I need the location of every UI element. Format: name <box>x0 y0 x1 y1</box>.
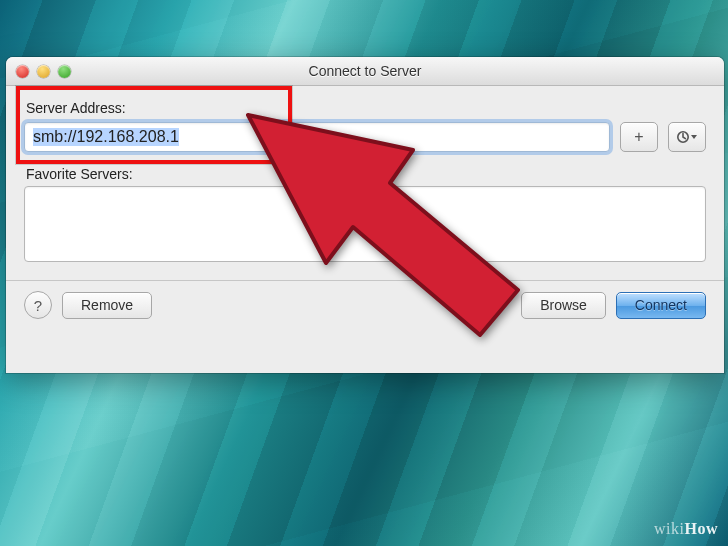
history-button[interactable] <box>668 122 706 152</box>
connect-to-server-window: Connect to Server Server Address: + Favo… <box>6 57 724 373</box>
remove-button[interactable]: Remove <box>62 292 152 319</box>
help-icon: ? <box>34 297 42 314</box>
window-title: Connect to Server <box>6 63 724 79</box>
favorite-servers-label: Favorite Servers: <box>26 166 706 182</box>
dialog-footer: ? Remove Browse Connect <box>24 291 706 319</box>
server-address-input[interactable] <box>24 122 610 152</box>
server-address-row: + <box>24 122 706 152</box>
clock-dropdown-icon <box>676 129 698 145</box>
plus-icon: + <box>634 128 643 146</box>
favorite-servers-list[interactable] <box>24 186 706 262</box>
desktop-background: Connect to Server Server Address: + Favo… <box>0 0 728 546</box>
connect-button[interactable]: Connect <box>616 292 706 319</box>
server-address-label: Server Address: <box>26 100 706 116</box>
browse-button[interactable]: Browse <box>521 292 606 319</box>
help-button[interactable]: ? <box>24 291 52 319</box>
window-content: Server Address: + Favorite Servers: <box>6 86 724 333</box>
window-titlebar[interactable]: Connect to Server <box>6 57 724 86</box>
watermark: wikiHow <box>654 520 718 538</box>
divider <box>6 280 724 281</box>
add-server-button[interactable]: + <box>620 122 658 152</box>
